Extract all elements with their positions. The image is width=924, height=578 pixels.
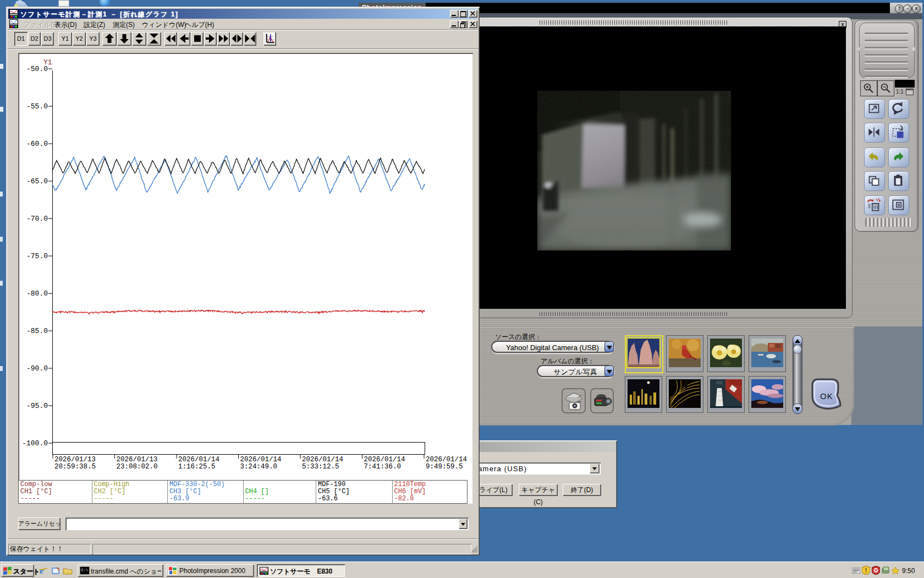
svg-text:-90.0: -90.0 [26,364,48,373]
svg-text:-80.0: -80.0 [26,290,48,298]
svg-text:-70.0: -70.0 [26,215,48,223]
svg-text:!: ! [865,568,867,574]
svg-text:3:24:49.0: 3:24:49.0 [240,463,278,471]
svg-text:-85.0: -85.0 [26,327,48,335]
svg-text:-55.0: -55.0 [26,102,48,111]
svg-text:2026/01/14: 2026/01/14 [178,456,219,464]
svg-text:2026/01/13: 2026/01/13 [54,456,96,464]
svg-text:-95.0: -95.0 [26,402,48,410]
svg-text:2026/01/14: 2026/01/14 [240,456,282,464]
svg-text:OK: OK [820,391,833,401]
svg-text:-100.0: -100.0 [22,439,48,448]
svg-text:7:41:36.0: 7:41:36.0 [364,463,402,471]
svg-text:1:16:25.5: 1:16:25.5 [178,463,216,471]
svg-text:2026/01/14: 2026/01/14 [364,456,405,464]
svg-text:Y1: Y1 [43,58,52,67]
svg-text:5:33:12.5: 5:33:12.5 [302,463,339,471]
svg-text:20:59:38.5: 20:59:38.5 [54,463,96,471]
svg-text:-75.0: -75.0 [26,252,48,260]
svg-text:9:49:59.5: 9:49:59.5 [426,463,463,471]
svg-text:2026/01/14: 2026/01/14 [302,456,343,464]
svg-text:-60.0: -60.0 [26,140,48,148]
svg-text:2026/01/13: 2026/01/13 [117,456,158,464]
svg-text:2026/01/14: 2026/01/14 [426,456,467,464]
svg-text:23:08:02.0: 23:08:02.0 [117,463,158,471]
svg-text:-65.0: -65.0 [26,177,48,186]
